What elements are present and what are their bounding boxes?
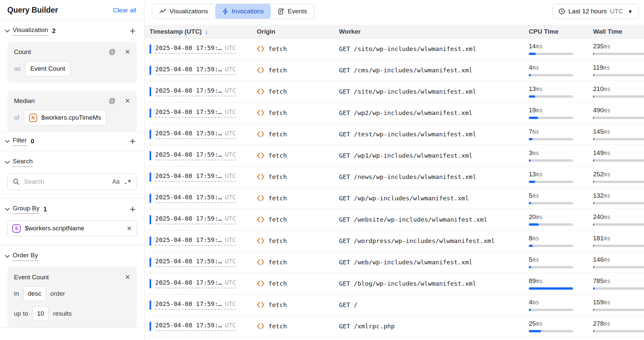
timestamp-cell: 2025-04-08 17:59:…UTC — [150, 108, 257, 118]
result-limit-input[interactable]: 10 — [32, 306, 49, 321]
table-row[interactable]: 2025-04-08 17:59:…UTCfetchGET /sito/wp-i… — [145, 38, 644, 60]
tab-visualizations[interactable]: Visualizations — [152, 4, 215, 19]
add-visualization-button[interactable]: + — [130, 27, 136, 35]
table-row[interactable]: 2025-04-08 17:59:…UTCfetchGET /blog/wp-i… — [145, 273, 644, 294]
alias-button[interactable]: Event Count — [25, 61, 70, 76]
row-accent-bar — [150, 300, 151, 310]
column-header-wall-time[interactable]: Wall Time — [593, 28, 644, 35]
sort-descending-icon[interactable]: ↓ — [205, 28, 208, 35]
wall-time-cell: 119ms — [593, 64, 644, 76]
tab-invocations[interactable]: Invocations — [215, 4, 271, 19]
group-by-section-label[interactable]: Group By — [13, 205, 39, 214]
column-header-cpu-time[interactable]: CPU Time — [529, 28, 593, 35]
tab-label: Invocations — [232, 8, 264, 15]
worker-cell: GET /cms/wp-includes/wlwmanifest.xml — [339, 67, 529, 74]
wall-time-bar — [593, 223, 644, 226]
timezone-label: UTC — [225, 300, 236, 307]
timezone-label: UTC — [225, 215, 236, 222]
time-range-button[interactable]: Last 12 hours UTC ▼ — [552, 4, 639, 19]
timezone-label: UTC — [225, 236, 236, 243]
chevron-down-icon[interactable] — [4, 207, 11, 211]
table-row[interactable]: 2025-04-08 17:59:…UTCfetchGET /news/wp-i… — [145, 166, 644, 188]
cpu-time-bar — [529, 245, 573, 247]
divider — [0, 131, 144, 132]
cpu-time-cell: 14ms — [529, 43, 593, 55]
order-by-section-header: Order By — [0, 251, 144, 262]
timestamp-cell: 2025-04-08 17:59:…UTC — [150, 215, 257, 224]
regex-icon[interactable]: .* — [124, 178, 132, 185]
table-row[interactable]: 2025-04-08 17:59:…UTCfetchGET /test/wp-i… — [145, 124, 644, 145]
search-input[interactable] — [23, 178, 108, 186]
chevron-down-icon[interactable] — [4, 160, 11, 164]
cpu-time-cell: 3ms — [529, 149, 593, 162]
cpu-time-cell: 19ms — [529, 107, 593, 119]
row-accent-bar — [150, 44, 151, 54]
chevron-down-icon[interactable] — [4, 139, 11, 143]
fetch-origin-icon — [257, 88, 264, 95]
cpu-time-bar — [529, 330, 573, 332]
search-section-label[interactable]: Search — [13, 158, 33, 167]
timestamp-cell: 2025-04-08 17:59:…UTC — [150, 66, 257, 75]
origin-cell: fetch — [257, 45, 339, 53]
wall-time-cell: 252ms — [593, 171, 644, 183]
remove-order-by-icon[interactable]: ✕ — [125, 273, 130, 281]
visualization-section-label[interactable]: Visualization — [13, 26, 48, 36]
table-row[interactable]: 2025-04-08 17:59:…UTCfetchGET /wp2/wp-in… — [145, 102, 644, 124]
cpu-time-cell: 20ms — [529, 213, 593, 226]
table-row[interactable]: 2025-04-08 17:59:…UTCfetchGET /site/wp-i… — [145, 81, 644, 102]
table-row[interactable]: 2025-04-08 17:59:…UTCfetchGET /wp1/wp-in… — [145, 145, 644, 166]
group-by-field[interactable]: S $workers.scriptName ✕ — [7, 220, 137, 236]
median-field-button[interactable]: N $workers.cpuTimeMs — [24, 110, 106, 125]
wall-time-bar — [593, 74, 644, 76]
of-label: of — [14, 114, 19, 121]
cpu-time-bar — [529, 138, 573, 140]
wall-time-bar — [593, 309, 644, 311]
wall-time-bar — [593, 181, 644, 183]
timezone-label: UTC — [225, 194, 236, 201]
origin-cell: fetch — [257, 237, 339, 245]
table-row[interactable]: 2025-04-08 17:59:…UTCfetchGET /wordpress… — [145, 230, 644, 252]
fetch-origin-icon — [257, 258, 264, 266]
column-header-origin[interactable]: Origin — [257, 28, 339, 35]
tab-events[interactable]: Events — [271, 4, 314, 19]
table-row[interactable]: 2025-04-08 17:59:…UTCfetchGET /website/w… — [145, 209, 644, 230]
column-header-timestamp[interactable]: Timestamp (UTC) ↓ — [150, 28, 257, 35]
median-field-value: $workers.cpuTimeMs — [41, 114, 101, 121]
column-header-worker[interactable]: Worker — [339, 28, 529, 35]
mention-icon[interactable]: @ — [109, 97, 116, 105]
chevron-down-icon[interactable] — [4, 29, 11, 33]
visualization-name: Count — [14, 48, 31, 56]
chevron-down-icon[interactable] — [4, 254, 11, 258]
fetch-origin-icon — [257, 152, 264, 159]
origin-cell: fetch — [257, 280, 339, 287]
table-row[interactable]: 2025-04-08 17:59:…UTCfetchGET /4ms159ms — [145, 294, 644, 316]
add-filter-button[interactable]: + — [130, 137, 136, 146]
table-row[interactable]: 2025-04-08 17:59:…UTCfetchGET /wp/wp-inc… — [145, 188, 644, 209]
results-toolbar: Visualizations Invocations Events — [145, 0, 644, 25]
order-by-section-label[interactable]: Order By — [13, 252, 38, 261]
visualization-card-count: Count @ ✕ as Event Count — [7, 42, 137, 82]
remove-visualization-icon[interactable]: ✕ — [125, 48, 130, 56]
timestamp-cell: 2025-04-08 17:59:…UTC — [150, 300, 257, 310]
mention-icon[interactable]: @ — [109, 48, 116, 56]
match-case-icon[interactable]: Aa — [112, 178, 120, 185]
remove-group-by-icon[interactable]: ✕ — [127, 225, 132, 232]
remove-visualization-icon[interactable]: ✕ — [125, 97, 130, 105]
wall-time-cell: 235ms — [593, 43, 644, 55]
cpu-time-cell: 13ms — [529, 85, 593, 98]
divider — [0, 328, 144, 328]
clear-all-link[interactable]: Clear all — [113, 7, 136, 14]
filter-section-label[interactable]: Filter — [13, 137, 27, 146]
table-row[interactable]: 2025-04-08 17:59:…UTCfetchGET /xmlrpc.ph… — [145, 316, 644, 337]
table-row[interactable]: 2025-04-08 17:59:…UTCfetchGET /web/wp-in… — [145, 252, 644, 273]
add-group-by-button[interactable]: + — [130, 205, 136, 214]
tab-label: Events — [288, 8, 307, 15]
visualization-count: 2 — [52, 27, 56, 35]
table-row[interactable]: 2025-04-08 17:59:…UTCfetchGET /cms/wp-in… — [145, 60, 644, 81]
sort-direction-button[interactable]: desc — [23, 286, 46, 301]
alias-value: Event Count — [30, 65, 65, 72]
row-accent-bar — [150, 236, 151, 246]
cpu-time-cell: 4ms — [529, 299, 593, 311]
worker-cell: GET /blog/wp-includes/wlwmanifest.xml — [339, 280, 529, 287]
origin-cell: fetch — [257, 152, 339, 159]
